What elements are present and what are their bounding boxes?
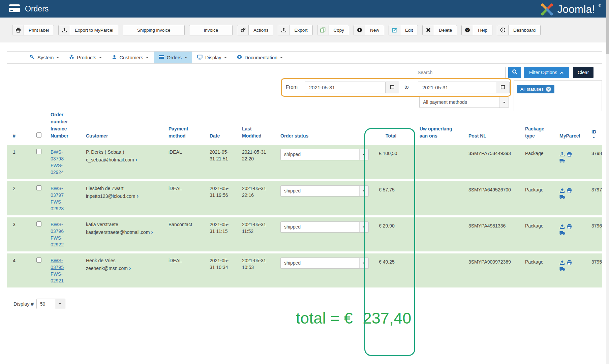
payment-method: iDEAL [169,149,182,155]
row-checkbox[interactable] [36,221,41,226]
total-annotation-label: total = € [296,309,353,327]
col-myparcel[interactable]: MyParcel [559,133,580,139]
order-status-select[interactable]: shipped [280,149,369,160]
order-number-link[interactable]: BWS-03796 [51,221,71,235]
shipping-invoice-button[interactable]: Shipping invoice [123,25,185,35]
customer-detail-arrow[interactable]: › [151,229,153,235]
calendar-button-to[interactable] [496,82,510,93]
myparcel-actions [559,150,576,163]
menu-item-documentation[interactable]: Documentation [232,52,288,63]
menu-item-display[interactable]: Display [192,52,232,63]
menu-item-products[interactable]: Products [64,52,106,63]
print-label-button[interactable]: Print label [12,25,54,35]
card-icon [159,55,164,60]
select-all-checkbox[interactable] [36,132,41,138]
sort-descending-icon [592,137,595,140]
table-row: 2 BWS-03797FWS-02923 Liesbeth de Zwartin… [7,180,602,216]
gears-icon [237,25,249,35]
display-label: Display # [13,301,34,307]
postnl-tracking: 3SMYPA649526700 [468,187,511,192]
customer-detail-arrow[interactable]: › [135,156,138,163]
menu-item-customers[interactable]: Customers [107,52,154,63]
chevron-down-icon [146,57,149,60]
col-post-nl[interactable]: Post NL [468,133,486,139]
user-icon [112,55,117,61]
export-shipment-icon[interactable] [559,188,565,193]
order-number-link[interactable]: BWS-03795 [51,257,71,271]
col-opmerking[interactable]: Uw opmerking aan ons [420,125,457,140]
clear-button[interactable]: Clear [573,67,593,78]
print-label-icon[interactable] [567,224,572,229]
invoice-number-link[interactable]: FWS-02924 [51,162,71,176]
calendar-button-from[interactable] [386,82,399,93]
col-package-type[interactable]: Package type [525,125,552,140]
modified-date: 2021-05-31 11:52 [242,221,270,235]
delete-button[interactable]: Delete [422,25,457,35]
date-to-input[interactable] [418,82,496,93]
statuses-panel: All statuses ✕ [514,80,602,111]
col-date[interactable]: Date [210,133,220,139]
help-button[interactable]: ? Help [461,25,492,35]
from-label: From [286,84,298,90]
customer-detail-arrow[interactable]: › [129,265,131,271]
row-checkbox[interactable] [36,185,41,190]
search-icon [512,69,518,76]
invoice-number-link[interactable]: FWS-02922 [51,235,71,248]
total-annotation-value: 237,40 [363,309,412,327]
remove-filter-icon[interactable]: ✕ [546,87,551,92]
invoice-number-link[interactable]: FWS-02921 [51,271,71,284]
order-status-select[interactable]: shipped [280,185,369,196]
search-input[interactable] [414,67,506,78]
dashboard-button[interactable]: Dashboard [497,25,541,35]
menu-item-system[interactable]: System [25,52,64,63]
table-row: 4 BWS-03795FWS-02921 Henk de Vrieszeehen… [7,252,602,289]
row-checkbox[interactable] [36,257,41,263]
track-shipment-icon[interactable] [559,231,565,236]
print-label-icon[interactable] [567,188,572,193]
order-total: € 49,25 [379,259,395,265]
col-id[interactable]: ID [591,129,596,134]
col-order-status[interactable]: Order status [280,133,308,139]
print-label-icon[interactable] [567,260,572,265]
order-number-link[interactable]: BWS-03797 [51,185,71,199]
order-status-select[interactable]: shipped [280,221,369,233]
scrollbar-thumb[interactable] [606,0,609,54]
payment-methods-select[interactable]: All payment methods [419,97,509,108]
new-button[interactable]: New [354,25,384,35]
export-shipment-icon[interactable] [559,260,565,265]
scrollbar-track[interactable] [606,0,609,364]
menu-item-orders[interactable]: Orders [154,52,192,63]
col-num[interactable]: # [13,133,16,139]
col-total[interactable]: Total [386,133,396,139]
customer-detail-arrow[interactable]: › [136,193,139,199]
col-order-number[interactable]: Order number Invoice Number [51,111,73,140]
print-label-icon[interactable] [567,151,572,157]
export-button[interactable]: Export [278,25,312,35]
search-button[interactable] [508,67,521,78]
invoice-button[interactable]: Invoice [189,25,233,35]
invoice-number-link[interactable]: FWS-02923 [51,199,71,212]
track-shipment-icon[interactable] [559,158,565,163]
wrench-icon [30,55,35,61]
col-last-modified[interactable]: Last Modified [242,125,270,140]
row-checkbox[interactable] [36,149,41,154]
export-to-myparcel-button[interactable]: Export to MyParcel [58,25,118,35]
col-payment-method[interactable]: Payment method [169,125,199,140]
track-shipment-icon[interactable] [559,267,565,272]
order-status-select[interactable]: shipped [280,257,369,269]
customer-name: Liesbeth de Zwart [86,185,165,192]
orders-table: # Order number Invoice Number Customer P… [7,111,602,290]
order-number-link[interactable]: BWS-03798 [51,149,71,162]
export-shipment-icon[interactable] [559,224,565,229]
edit-button[interactable]: Edit [389,25,418,35]
chevron-down-icon [359,258,368,268]
date-from-input[interactable] [305,82,386,93]
actions-button[interactable]: Actions [237,25,273,35]
all-statuses-pill[interactable]: All statuses ✕ [517,85,554,93]
track-shipment-icon[interactable] [559,195,565,200]
display-count-select[interactable]: 50 [36,299,65,309]
copy-button[interactable]: Copy [317,25,349,35]
export-shipment-icon[interactable] [559,151,565,157]
filter-options-button[interactable]: Filter Options [524,67,569,78]
col-customer[interactable]: Customer [86,133,108,139]
